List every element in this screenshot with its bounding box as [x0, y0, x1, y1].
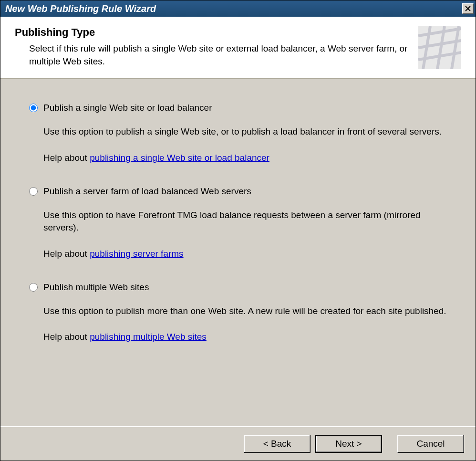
footer: < Back Next > Cancel — [0, 426, 476, 461]
radio-single-site[interactable] — [29, 104, 38, 112]
back-button[interactable]: < Back — [244, 435, 310, 453]
radio-server-farm[interactable] — [29, 187, 38, 196]
desc-server-farm: Use this option to have Forefront TMG lo… — [43, 209, 447, 234]
help-prefix: Help about — [43, 153, 90, 163]
header-panel: Publishing Type Select if this rule will… — [0, 17, 476, 79]
page-subtitle: Select if this rule will publish a singl… — [29, 42, 409, 68]
help-multiple-sites: Help about publishing multiple Web sites — [43, 332, 447, 342]
wizard-window: New Web Publishing Rule Wizard Publishin… — [0, 0, 476, 461]
close-icon — [465, 6, 471, 11]
help-link-single-site[interactable]: publishing a single Web site or load bal… — [90, 153, 269, 163]
help-server-farm: Help about publishing server farms — [43, 249, 447, 259]
help-single-site: Help about publishing a single Web site … — [43, 153, 447, 163]
option-server-farm: Publish a server farm of load balanced W… — [29, 186, 447, 259]
help-prefix: Help about — [43, 249, 90, 259]
page-title: Publishing Type — [15, 26, 409, 39]
next-button[interactable]: Next > — [315, 435, 382, 453]
option-multiple-sites: Publish multiple Web sites Use this opti… — [29, 282, 447, 343]
content-area: Publish a single Web site or load balanc… — [0, 79, 476, 426]
titlebar: New Web Publishing Rule Wizard — [0, 0, 476, 17]
radio-multiple-sites[interactable] — [29, 283, 38, 292]
help-link-server-farm[interactable]: publishing server farms — [90, 249, 183, 259]
header-text: Publishing Type Select if this rule will… — [15, 26, 409, 68]
wizard-icon — [418, 26, 461, 69]
radio-label-single-site[interactable]: Publish a single Web site or load balanc… — [43, 103, 212, 113]
help-link-multiple-sites[interactable]: publishing multiple Web sites — [90, 332, 207, 342]
cancel-button[interactable]: Cancel — [397, 435, 464, 453]
desc-single-site: Use this option to publish a single Web … — [43, 126, 447, 138]
window-title: New Web Publishing Rule Wizard — [5, 3, 156, 14]
option-single-site: Publish a single Web site or load balanc… — [29, 103, 447, 163]
help-prefix: Help about — [43, 332, 90, 342]
radio-label-multiple-sites[interactable]: Publish multiple Web sites — [43, 282, 149, 293]
desc-multiple-sites: Use this option to publish more than one… — [43, 305, 447, 318]
close-button[interactable] — [462, 3, 474, 14]
radio-label-server-farm[interactable]: Publish a server farm of load balanced W… — [43, 186, 251, 197]
